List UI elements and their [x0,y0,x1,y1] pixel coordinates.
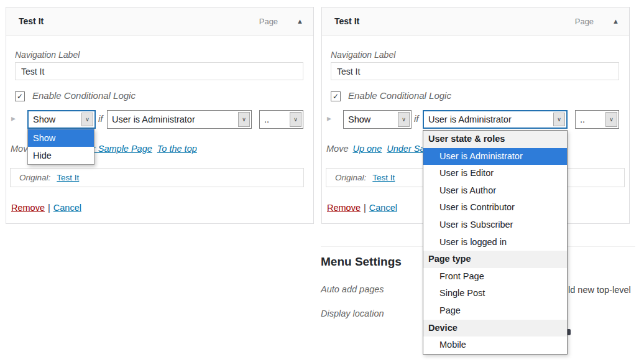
navigation-label-input[interactable] [331,62,619,80]
condition-modifier-select[interactable]: .. ∨ [575,110,619,129]
item-actions-row: Remove|Cancel [11,203,81,213]
visibility-dropdown-list: Show Hide [27,129,94,165]
dropdown-option-user-is-subscriber[interactable]: User is Subscriber [423,216,567,234]
condition-modifier-select[interactable]: .. ∨ [259,110,303,129]
menu-item-panel-right: Test It Page ▲ Navigation Label ✓ Enable… [321,7,630,224]
enable-conditional-logic-label: Enable Conditional Logic [32,90,136,101]
dropdown-option-single-post[interactable]: Single Post [423,285,567,302]
chevron-down-icon: ∨ [290,112,301,127]
checkmark-icon: ✓ [17,93,23,100]
dropdown-option-page[interactable]: Page [423,302,567,320]
chevron-down-icon: ∨ [553,113,565,126]
collapse-up-icon[interactable]: ▲ [610,16,622,27]
condition-select[interactable]: User is Administrator ∨ [107,110,252,129]
condition-modifier-select-value: .. [260,114,288,124]
dropdown-option-user-is-author[interactable]: User is Author [423,182,567,200]
cancel-link[interactable]: Cancel [369,203,397,213]
move-label: Move [326,144,348,154]
original-box: Original: Test It [10,168,304,187]
navigation-label: Navigation Label [331,50,395,60]
if-label: if [414,113,419,124]
condition-select-value: User is Administrator [108,114,237,124]
navigation-label-input[interactable] [15,62,303,80]
dropdown-option-front-page[interactable]: Front Page [423,268,567,285]
original-label: Original: [335,173,366,182]
original-item-link[interactable]: Test It [57,173,79,182]
checkmark-icon: ✓ [333,93,339,100]
enable-conditional-logic-checkbox[interactable]: ✓ [331,91,341,101]
auto-add-pages-label: Auto add pages [321,284,384,294]
dropdown-option-mobile[interactable]: Mobile [423,336,567,354]
menu-item-title: Test It [19,16,44,26]
enable-conditional-logic-checkbox[interactable]: ✓ [15,91,25,101]
menu-item-panel-left: Test It Page ▲ Navigation Label ✓ Enable… [6,7,314,224]
condition-dropdown-list: User state & roles User is Administrator… [423,130,568,355]
visibility-action-select[interactable]: Show ∨ [343,110,412,129]
dropdown-option-user-is-contributor[interactable]: User is Contributor [423,199,567,216]
chevron-down-icon: ∨ [605,112,617,127]
action-separator: | [48,203,50,213]
dropdown-group-device: Device [423,320,567,337]
remove-link[interactable]: Remove [327,203,361,213]
dropdown-option-user-is-administrator[interactable]: User is Administrator [423,148,567,165]
original-label: Original: [19,173,50,182]
dropdown-group-user-state: User state & roles [423,131,567,148]
navigation-label: Navigation Label [15,50,80,60]
cancel-link[interactable]: Cancel [53,203,81,213]
menu-item-type-label: Page [259,17,278,26]
visibility-action-select-value: Show [29,114,80,124]
menu-item-header[interactable]: Test It Page ▲ [322,7,629,35]
auto-add-pages-partial-text: ld new top-level [568,285,631,295]
menu-item-header[interactable]: Test It Page ▲ [6,7,313,35]
condition-modifier-select-value: .. [576,114,604,124]
condition-select[interactable]: User is Administrator ∨ [423,110,568,129]
chevron-down-icon: ∨ [398,112,410,127]
visibility-action-select[interactable]: Show ∨ [27,110,96,129]
collapse-up-icon[interactable]: ▲ [294,16,306,27]
condition-handle-icon[interactable]: ▸ [327,114,331,123]
menu-settings-heading: Menu Settings [321,255,402,269]
menu-item-title: Test It [334,16,359,26]
if-label: if [98,113,103,124]
dropdown-option-user-is-editor[interactable]: User is Editor [423,165,567,182]
display-location-label: Display location [321,309,384,318]
condition-handle-icon[interactable]: ▸ [11,114,16,123]
dropdown-option-show[interactable]: Show [28,129,94,147]
visibility-action-select-value: Show [344,114,397,124]
move-to-the-top-link[interactable]: To the top [157,144,197,154]
dropdown-option-hide[interactable]: Hide [28,147,94,164]
dropdown-option-user-is-logged-in[interactable]: User is logged in [423,234,567,251]
menu-item-type-label: Page [575,17,594,26]
chevron-down-icon: ∨ [81,113,93,126]
original-item-link[interactable]: Test It [372,173,395,182]
item-actions-row: Remove|Cancel [327,203,397,213]
remove-link[interactable]: Remove [11,203,45,213]
dropdown-group-page-type: Page type [423,251,567,268]
enable-conditional-logic-label: Enable Conditional Logic [348,90,451,101]
chevron-down-icon: ∨ [238,112,250,127]
action-separator: | [364,203,366,213]
move-up-one-link[interactable]: Up one [352,144,382,154]
condition-select-value: User is Administrator [424,114,552,124]
